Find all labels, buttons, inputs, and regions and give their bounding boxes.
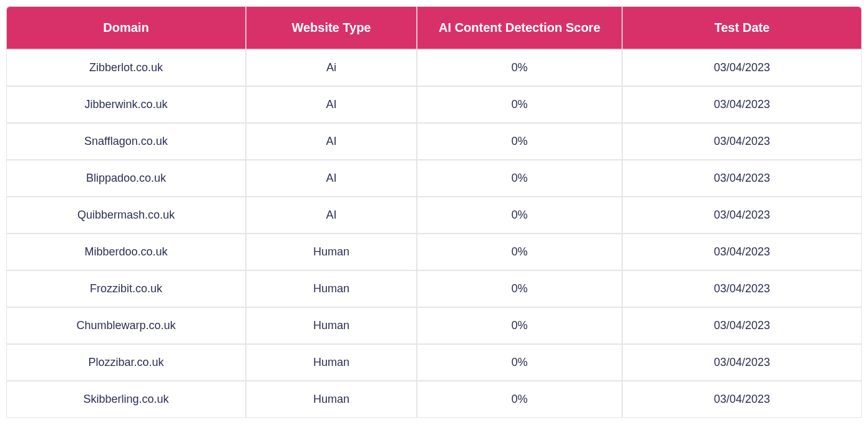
cell-date: 03/04/2023 [622, 197, 862, 234]
table-row: Mibberdoo.co.uk Human 0% 03/04/2023 [6, 234, 862, 270]
cell-domain: Snafflagon.co.uk [6, 123, 246, 160]
cell-score: 0% [417, 381, 622, 418]
header-website-type: Website Type [246, 6, 417, 49]
cell-score: 0% [417, 123, 622, 160]
header-ai-score: AI Content Detection Score [417, 6, 622, 49]
cell-type: AI [246, 197, 417, 234]
cell-domain: Jibberwink.co.uk [6, 86, 246, 123]
table-row: Quibbermash.co.uk AI 0% 03/04/2023 [6, 197, 862, 234]
ai-detection-table: Domain Website Type AI Content Detection… [6, 6, 862, 418]
table-row: Skibberling.co.uk Human 0% 03/04/2023 [6, 381, 862, 418]
cell-score: 0% [417, 307, 622, 344]
cell-score: 0% [417, 49, 622, 86]
table-row: Snafflagon.co.uk AI 0% 03/04/2023 [6, 123, 862, 160]
table-body: Zibberlot.co.uk Ai 0% 03/04/2023 Jibberw… [6, 49, 862, 418]
cell-score: 0% [417, 270, 622, 307]
cell-domain: Skibberling.co.uk [6, 381, 246, 418]
cell-type: AI [246, 160, 417, 197]
cell-type: Human [246, 344, 417, 381]
table-row: Blippadoo.co.uk AI 0% 03/04/2023 [6, 160, 862, 197]
cell-date: 03/04/2023 [622, 86, 862, 123]
cell-score: 0% [417, 344, 622, 381]
table-row: Frozzibit.co.uk Human 0% 03/04/2023 [6, 270, 862, 307]
cell-score: 0% [417, 86, 622, 123]
cell-date: 03/04/2023 [622, 49, 862, 86]
cell-type: Human [246, 270, 417, 307]
cell-type: Human [246, 381, 417, 418]
table-row: Jibberwink.co.uk AI 0% 03/04/2023 [6, 86, 862, 123]
cell-date: 03/04/2023 [622, 160, 862, 197]
cell-domain: Frozzibit.co.uk [6, 270, 246, 307]
cell-domain: Chumblewarp.co.uk [6, 307, 246, 344]
cell-date: 03/04/2023 [622, 307, 862, 344]
cell-date: 03/04/2023 [622, 234, 862, 270]
cell-score: 0% [417, 160, 622, 197]
table-row: Chumblewarp.co.uk Human 0% 03/04/2023 [6, 307, 862, 344]
cell-domain: Plozzibar.co.uk [6, 344, 246, 381]
cell-date: 03/04/2023 [622, 344, 862, 381]
cell-score: 0% [417, 234, 622, 270]
cell-type: AI [246, 123, 417, 160]
cell-score: 0% [417, 197, 622, 234]
cell-type: Human [246, 307, 417, 344]
cell-domain: Blippadoo.co.uk [6, 160, 246, 197]
table-header-row: Domain Website Type AI Content Detection… [6, 6, 862, 49]
cell-date: 03/04/2023 [622, 270, 862, 307]
cell-date: 03/04/2023 [622, 381, 862, 418]
cell-domain: Quibbermash.co.uk [6, 197, 246, 234]
cell-date: 03/04/2023 [622, 123, 862, 160]
header-domain: Domain [6, 6, 246, 49]
table-row: Zibberlot.co.uk Ai 0% 03/04/2023 [6, 49, 862, 86]
table-row: Plozzibar.co.uk Human 0% 03/04/2023 [6, 344, 862, 381]
cell-type: Ai [246, 49, 417, 86]
cell-type: Human [246, 234, 417, 270]
cell-domain: Zibberlot.co.uk [6, 49, 246, 86]
cell-domain: Mibberdoo.co.uk [6, 234, 246, 270]
header-test-date: Test Date [622, 6, 862, 49]
cell-type: AI [246, 86, 417, 123]
